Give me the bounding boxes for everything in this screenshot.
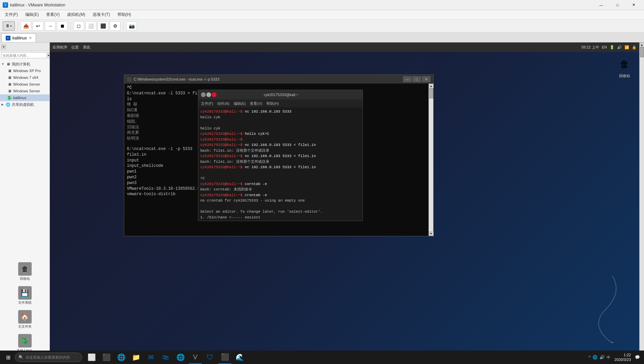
menu-file[interactable]: 文件(F)	[1, 10, 21, 19]
send-to-vm-button[interactable]: 📤	[21, 21, 31, 31]
main-scroll-up[interactable]: ▲	[640, 42, 644, 47]
menu-tabs[interactable]: 选项卡(T)	[89, 10, 113, 19]
pause-button[interactable]: ⏸▾	[3, 21, 15, 31]
taskbar-icon-edge2[interactable]: 🌊	[233, 351, 246, 364]
windows-search-box[interactable]: 🔍 在这里输入你要搜索的内容	[15, 353, 82, 362]
windows-start-button[interactable]: ⊞	[1, 351, 15, 364]
tree-item-my-computer[interactable]: ▼ 🖥 我的计算机	[0, 61, 49, 67]
scroll-up-button[interactable]: ▲	[429, 84, 434, 88]
close-button[interactable]: ✕	[626, 0, 641, 10]
vmware-icon: V	[3, 2, 8, 8]
tree-label-winserver2: Windows Server	[13, 89, 40, 93]
taskbar-icon-taskview[interactable]: ⬜	[85, 351, 98, 364]
fit-guest-button[interactable]: ◻	[73, 21, 84, 31]
settings-button[interactable]: ⚙	[110, 21, 121, 31]
taskbar-icon-store[interactable]: 🛍	[159, 351, 172, 364]
scroll-down-button[interactable]: ▼	[429, 231, 434, 236]
tray-chevron[interactable]: ^	[588, 355, 590, 360]
tray-sound[interactable]: 🔊	[600, 355, 605, 360]
cmd-icon: ⬛	[127, 77, 132, 82]
taskbar-icon-terminal[interactable]: ⬛	[218, 351, 232, 364]
scroll-thumb[interactable]	[429, 88, 433, 98]
desktop-icon-trash[interactable]: 🗑 回收站	[14, 261, 36, 282]
kali-terminal-menu-view[interactable]: 查看(V)	[250, 101, 262, 106]
main-scroll-thumb[interactable]	[640, 47, 644, 57]
taskbar-icon-vmware[interactable]: V	[189, 351, 202, 364]
cmd-close-button[interactable]: ✕	[422, 76, 431, 82]
scrollbar[interactable]: ▲ ▼	[429, 84, 433, 236]
unity-button[interactable]: ⬛	[98, 21, 108, 31]
tray-lang[interactable]: 中	[607, 355, 610, 360]
menu-view[interactable]: 查看(V)	[43, 10, 63, 19]
tree-item-winxp[interactable]: 🖥 Windows XP Pro	[0, 67, 49, 74]
windows-clock[interactable]: 1:22 2020/3/23	[612, 353, 634, 362]
maximize-button[interactable]: □	[610, 0, 625, 10]
kali-terminal-menu-action[interactable]: 动作(A)	[217, 101, 230, 106]
tree-label-winserver1: Windows Server	[13, 82, 40, 86]
main-scrollbar[interactable]: ▲ ▼	[639, 42, 644, 357]
tab-kalilinux[interactable]: K kalilinux ✕	[1, 33, 36, 42]
taskbar-icon-chrome[interactable]: 🌐	[174, 351, 187, 364]
kali-terminal-menu-help[interactable]: 帮助(H)	[266, 101, 279, 106]
vm-display[interactable]: 应用程序 位置 系统 09:22 上午 EN 🔋 🔊 📶 🔒	[50, 42, 639, 357]
taskbar-icon-explorer[interactable]: 📁	[129, 351, 143, 364]
power-button[interactable]: ↩	[33, 21, 43, 31]
kali-menu-places[interactable]: 位置	[71, 45, 79, 50]
chrome-icon: 🌐	[176, 353, 184, 361]
winserver2-icon: 🖥	[7, 88, 12, 94]
tree-arrow-my-computer: ▼	[1, 62, 5, 66]
winserver1-icon: 🖥	[7, 82, 12, 87]
kali-terminal-maximize[interactable]	[206, 92, 211, 97]
notification-button[interactable]: 💬	[635, 355, 640, 360]
menu-edit[interactable]: 编辑(E)	[22, 10, 42, 19]
sidebar-top-bar: ✕	[0, 42, 49, 51]
tree-item-win7[interactable]: 🖥 Windows 7 x64	[0, 74, 49, 81]
t-line-10: bash: file1.in: 没有那个文件或目录	[200, 159, 361, 165]
tree-item-winserver2[interactable]: 🖥 Windows Server	[0, 88, 49, 94]
kali-terminal-menu-file[interactable]: 文件(F)	[201, 101, 213, 106]
kali-menu-applications[interactable]: 应用程序	[53, 45, 67, 50]
taskbar-icon-edge[interactable]: 🌐	[114, 351, 128, 364]
kali-terminal-minimize[interactable]	[201, 92, 206, 97]
taskbar-icon-mail[interactable]: ✉	[144, 351, 158, 364]
sidebar-search-input[interactable]	[1, 52, 47, 58]
kali-terminal-close[interactable]	[212, 92, 216, 97]
desktop-icon-filesystem[interactable]: 💾 文件系统	[14, 285, 36, 306]
cmd-minimize-button[interactable]: —	[403, 76, 412, 82]
tree-item-kalilinux[interactable]: 🐉 kalilinux	[0, 94, 49, 101]
tray-network[interactable]: 🌐	[592, 355, 598, 360]
kali-network-icon: 📶	[624, 45, 629, 50]
title-bar-controls: — □ ✕	[594, 0, 641, 10]
kali-terminal-menubar: 文件(F) 动作(A) 编辑(E) 查看(V) 帮助(H)	[198, 99, 363, 108]
sidebar-close-button[interactable]: ✕	[1, 44, 6, 49]
cmd-controls: — □ ✕	[403, 76, 431, 82]
taskbar-icon-multitasking[interactable]: ⬛	[100, 351, 113, 364]
minimize-button[interactable]: —	[594, 0, 609, 10]
explorer-icon: 📁	[132, 353, 140, 361]
t-line-13: ^C	[200, 176, 361, 181]
restart-button[interactable]: ⏹	[57, 21, 68, 31]
cmd-title: ⬛ C:\Windows\system32\cmd.exe - ncat.exe…	[127, 77, 219, 82]
suspend-button[interactable]: →	[45, 21, 56, 31]
vmware-taskbar-icon: V	[191, 353, 199, 361]
snap-shot-button[interactable]: 📷	[126, 21, 137, 31]
menu-help[interactable]: 帮助(H)	[114, 10, 135, 19]
kali-menu-system[interactable]: 系统	[83, 45, 90, 50]
t-line-6: cyk20175333@kali:~$	[200, 137, 361, 143]
taskbar-icon-defender[interactable]: 🛡	[203, 351, 217, 364]
kali-desktop-icon-trash[interactable]: 🗑 回收站	[616, 56, 633, 79]
desktop-icon-home[interactable]: 🏠 主文件夹	[14, 309, 36, 330]
trash-desktop-icon: 🗑	[616, 56, 633, 72]
fullscreen-button[interactable]: ⬜	[86, 21, 96, 31]
tree-item-shared-vms[interactable]: ▶ 🌐 共享的虚拟机	[0, 101, 49, 108]
tab-close-button[interactable]: ✕	[29, 36, 32, 40]
tree-label-winxp: Windows XP Pro	[13, 69, 41, 73]
kali-desktop[interactable]: 应用程序 位置 系统 09:22 上午 EN 🔋 🔊 📶 🔒	[50, 42, 639, 357]
cmd-maximize-button[interactable]: □	[412, 76, 421, 82]
sidebar-dropdown-button[interactable]: ▾	[47, 52, 49, 58]
main-scroll-track	[640, 47, 644, 352]
trash-icon: 🗑	[18, 262, 32, 276]
tree-item-winserver1[interactable]: 🖥 Windows Server	[0, 81, 49, 88]
menu-vm[interactable]: 虚拟机(M)	[64, 10, 89, 19]
kali-terminal-menu-edit[interactable]: 编辑(E)	[234, 101, 246, 106]
